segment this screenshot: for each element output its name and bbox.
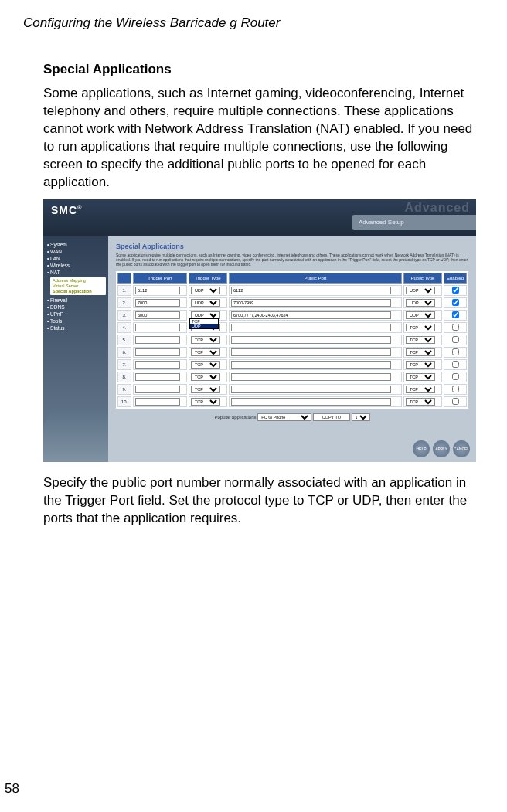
sidebar-item[interactable]: Wireless bbox=[46, 262, 106, 269]
row-number: 1. bbox=[117, 285, 131, 296]
trigger-port-input[interactable] bbox=[135, 311, 180, 319]
sidebar-subitem[interactable]: Special Application bbox=[52, 289, 104, 294]
sidebar-decoration bbox=[43, 408, 108, 462]
public-type-select[interactable]: TCP bbox=[406, 348, 435, 356]
sidebar-item[interactable]: LAN bbox=[46, 255, 106, 262]
trigger-port-input[interactable] bbox=[135, 398, 180, 406]
intro-paragraph: Some applications, such as Internet gami… bbox=[43, 85, 476, 192]
dropdown-option[interactable]: UDP bbox=[190, 324, 218, 328]
public-type-select[interactable]: TCP bbox=[406, 361, 435, 369]
public-type-select[interactable]: TCP bbox=[406, 336, 435, 344]
trigger-type-select[interactable]: TCP bbox=[191, 336, 220, 344]
table-row: 3.UDPTCPUDPUDP bbox=[117, 310, 467, 321]
page-number: 58 bbox=[5, 781, 19, 797]
special-apps-table: Trigger PortTrigger TypePublic PortPubli… bbox=[116, 271, 468, 409]
sidebar-subitem[interactable]: Virtual Server bbox=[52, 284, 104, 289]
panel-title: Special Applications bbox=[116, 243, 468, 250]
enabled-checkbox[interactable] bbox=[452, 361, 459, 368]
trigger-port-input[interactable] bbox=[135, 299, 180, 307]
brand-logo: SMC® bbox=[51, 204, 82, 216]
column-header: Public Type bbox=[403, 273, 442, 284]
public-port-input[interactable] bbox=[231, 398, 391, 406]
row-number: 5. bbox=[117, 335, 131, 345]
public-port-input[interactable] bbox=[231, 386, 391, 393]
embedded-screenshot: SMC® Advanced Advanced Setup SystemWANLA… bbox=[43, 199, 476, 462]
enabled-checkbox[interactable] bbox=[452, 348, 459, 355]
table-row: 1.UDPUDP bbox=[117, 285, 467, 296]
public-port-input[interactable] bbox=[231, 373, 391, 381]
sidebar-item[interactable]: WAN bbox=[46, 248, 106, 255]
popular-app-select[interactable]: PC to Phone bbox=[257, 413, 311, 421]
help-button[interactable]: HELP bbox=[413, 440, 430, 457]
public-type-select[interactable]: TCP bbox=[406, 373, 435, 381]
column-header: Trigger Type bbox=[189, 273, 227, 284]
public-port-input[interactable] bbox=[231, 348, 391, 356]
trigger-type-select[interactable]: TCP bbox=[191, 386, 220, 393]
public-port-input[interactable] bbox=[231, 311, 391, 319]
sidebar-item[interactable]: Tools bbox=[46, 318, 106, 324]
popular-label: Popular applications bbox=[214, 415, 256, 420]
apply-button[interactable]: APPLY bbox=[433, 440, 450, 457]
sidebar-item[interactable]: System bbox=[46, 241, 106, 248]
row-number: 9. bbox=[117, 384, 131, 395]
enabled-checkbox[interactable] bbox=[452, 287, 459, 294]
sidebar-item[interactable]: NAT bbox=[46, 269, 106, 276]
copy-slot-select[interactable]: 1 bbox=[352, 413, 370, 421]
copy-to-button[interactable]: COPY TO bbox=[313, 413, 350, 421]
table-row: 7.TCPTCP bbox=[117, 359, 467, 370]
public-type-select[interactable]: TCP bbox=[406, 398, 435, 406]
table-row: 6.TCPTCP bbox=[117, 347, 467, 358]
trigger-port-input[interactable] bbox=[135, 361, 180, 369]
trigger-port-input[interactable] bbox=[135, 287, 180, 294]
table-row: 2.UDPUDP bbox=[117, 297, 467, 308]
trigger-type-select[interactable]: TCP bbox=[191, 361, 220, 369]
public-type-select[interactable]: UDP bbox=[406, 311, 435, 319]
public-type-select[interactable]: UDP bbox=[406, 299, 435, 307]
public-type-select[interactable]: UDP bbox=[406, 287, 435, 294]
enabled-checkbox[interactable] bbox=[452, 311, 459, 318]
trigger-type-select[interactable]: TCP bbox=[191, 348, 220, 356]
trigger-type-select[interactable]: UDP bbox=[191, 287, 220, 294]
trigger-port-input[interactable] bbox=[135, 373, 180, 381]
public-port-input[interactable] bbox=[231, 299, 391, 307]
running-header: Configuring the Wireless Barricade g Rou… bbox=[23, 15, 484, 31]
enabled-checkbox[interactable] bbox=[452, 324, 459, 331]
dropdown-open[interactable]: TCPUDP bbox=[189, 318, 219, 329]
nav-sidebar: SystemWANLANWirelessNATAddress MappingVi… bbox=[43, 236, 108, 462]
row-number: 4. bbox=[117, 322, 131, 333]
public-port-input[interactable] bbox=[231, 336, 391, 344]
trigger-port-input[interactable] bbox=[135, 324, 180, 331]
column-header: Enabled bbox=[444, 273, 467, 284]
column-header bbox=[117, 273, 131, 284]
row-number: 7. bbox=[117, 359, 131, 370]
cancel-button[interactable]: CANCEL bbox=[453, 440, 470, 457]
trigger-type-select[interactable]: UDP bbox=[191, 299, 220, 307]
enabled-checkbox[interactable] bbox=[452, 299, 459, 306]
row-number: 3. bbox=[117, 310, 131, 321]
sidebar-item[interactable]: Firewall bbox=[46, 297, 106, 304]
trigger-port-input[interactable] bbox=[135, 348, 180, 356]
public-type-select[interactable]: TCP bbox=[406, 386, 435, 393]
enabled-checkbox[interactable] bbox=[452, 398, 459, 405]
row-number: 6. bbox=[117, 347, 131, 358]
main-panel: Special Applications Some applications r… bbox=[108, 236, 476, 462]
row-number: 10. bbox=[117, 396, 131, 407]
enabled-checkbox[interactable] bbox=[452, 386, 459, 392]
sidebar-item[interactable]: DDNS bbox=[46, 304, 106, 311]
sidebar-subitem[interactable]: Address Mapping bbox=[52, 278, 104, 284]
enabled-checkbox[interactable] bbox=[452, 373, 459, 380]
public-port-input[interactable] bbox=[231, 287, 391, 294]
enabled-checkbox[interactable] bbox=[452, 336, 459, 343]
public-port-input[interactable] bbox=[231, 324, 391, 331]
public-type-select[interactable]: TCP bbox=[406, 324, 435, 331]
sidebar-item[interactable]: Status bbox=[46, 324, 106, 331]
trigger-type-select[interactable]: TCP bbox=[191, 398, 220, 406]
trigger-port-input[interactable] bbox=[135, 336, 180, 344]
sidebar-item[interactable]: UPnP bbox=[46, 311, 106, 318]
section-title: Special Applications bbox=[43, 62, 476, 77]
trigger-port-input[interactable] bbox=[135, 386, 180, 393]
trigger-type-select[interactable]: TCP bbox=[191, 373, 220, 381]
table-row: 10.TCPTCP bbox=[117, 396, 467, 407]
public-port-input[interactable] bbox=[231, 361, 391, 369]
table-row: 8.TCPTCP bbox=[117, 372, 467, 382]
